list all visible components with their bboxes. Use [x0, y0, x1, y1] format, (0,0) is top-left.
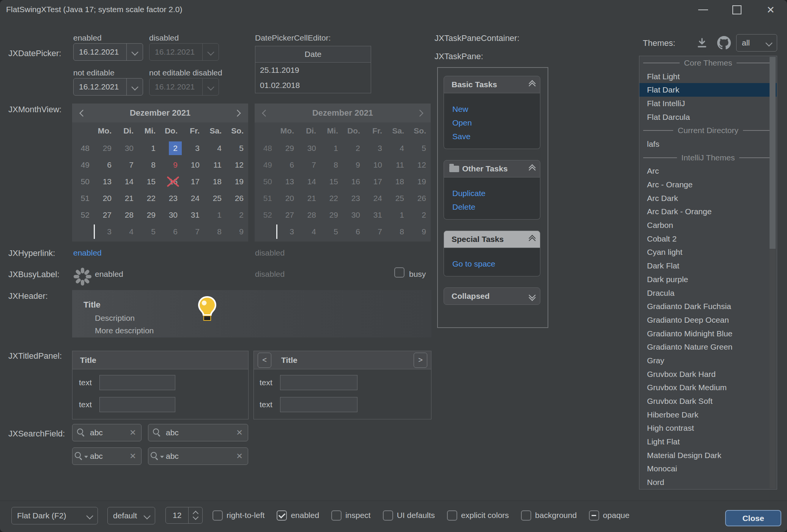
font-size-value[interactable]: 12: [166, 507, 188, 523]
font-size-spinner[interactable]: 12: [165, 507, 203, 524]
text-input[interactable]: [99, 375, 175, 390]
calendar-day[interactable]: 16: [159, 173, 181, 190]
busy-checkbox[interactable]: [394, 267, 405, 278]
theme-list-item[interactable]: Dark purple: [639, 273, 777, 286]
checkbox-right-to-left[interactable]: [212, 510, 223, 521]
theme-list-item[interactable]: Arc Dark - Orange: [639, 205, 777, 219]
taskpane-header[interactable]: Collapsed: [444, 287, 540, 305]
search-input[interactable]: abc: [166, 452, 231, 461]
calendar-day[interactable]: 6: [159, 223, 181, 240]
taskpane-action-save[interactable]: Save: [452, 130, 540, 143]
calendar-day[interactable]: 15: [137, 173, 159, 190]
calendar-day[interactable]: 29: [137, 207, 159, 223]
chevron-down-icon[interactable]: [126, 78, 143, 95]
monthview-calendar-enabled[interactable]: Dezember 2021Mo.Di.Mi.Do.Fr.Sa.So.482930…: [72, 104, 248, 242]
calendar-day[interactable]: 2: [159, 140, 181, 157]
theme-list-item[interactable]: Flat Dark: [639, 83, 777, 97]
calendar-day[interactable]: 26: [225, 190, 247, 207]
theme-list-item[interactable]: Flat Darcula: [639, 110, 777, 124]
taskpane-header[interactable]: Other Tasks: [444, 160, 540, 177]
expand-icon[interactable]: [530, 293, 535, 300]
minimize-button[interactable]: [691, 0, 715, 20]
taskpane-action-new[interactable]: New: [452, 102, 540, 116]
calendar-day[interactable]: 17: [181, 173, 203, 190]
checkbox-enabled[interactable]: [277, 510, 287, 521]
titledpanel-prev-button[interactable]: <: [258, 353, 271, 368]
taskpane-action-go-to-space[interactable]: Go to space: [452, 257, 540, 271]
checkbox-opaque[interactable]: [589, 510, 599, 521]
clear-icon[interactable]: ✕: [124, 428, 141, 437]
calendar-day[interactable]: 7: [181, 223, 203, 240]
themes-list[interactable]: Core ThemesFlat LightFlat DarkFlat Intel…: [639, 56, 777, 490]
theme-list-item[interactable]: Flat Light: [639, 70, 777, 83]
theme-list-item[interactable]: Gruvbox Dark Hard: [639, 367, 777, 381]
search-input[interactable]: abc: [166, 428, 231, 437]
theme-list-item[interactable]: Gradianto Nature Green: [639, 340, 777, 354]
calendar-day[interactable]: 22: [137, 190, 159, 207]
calendar-day[interactable]: 30: [159, 207, 181, 223]
search-menu-icon[interactable]: [72, 452, 90, 460]
scrollbar-track[interactable]: [770, 57, 776, 488]
calendar-day[interactable]: 1: [137, 140, 159, 157]
calendar-day[interactable]: 2: [225, 207, 247, 223]
github-button[interactable]: [716, 35, 732, 51]
text-input[interactable]: [280, 397, 357, 412]
taskpane-header[interactable]: Special Tasks: [444, 231, 540, 248]
calendar-day[interactable]: 5: [137, 223, 159, 240]
close-window-button[interactable]: ✕: [759, 0, 782, 20]
calendar-day[interactable]: 14: [115, 173, 137, 190]
laf-combo[interactable]: Flat Dark (F2): [11, 507, 98, 524]
themes-filter-combo[interactable]: all: [736, 34, 777, 52]
theme-list-item[interactable]: Nord: [639, 476, 777, 489]
clear-icon[interactable]: ✕: [124, 452, 141, 461]
theme-list-item[interactable]: Gruvbox Dark Soft: [639, 394, 777, 408]
search-input[interactable]: abc: [90, 428, 124, 437]
taskpane-header[interactable]: Basic Tasks: [444, 76, 540, 93]
theme-list-item[interactable]: Cobalt 2: [639, 232, 777, 246]
theme-list-item[interactable]: Gray: [639, 354, 777, 367]
theme-list-item[interactable]: Carbon: [639, 218, 777, 232]
theme-list-item[interactable]: Hiberbee Dark: [639, 408, 777, 422]
spinner-buttons[interactable]: [188, 507, 202, 523]
close-button[interactable]: Close: [725, 510, 781, 526]
theme-list-item[interactable]: Arc Dark: [639, 191, 777, 205]
theme-list-item[interactable]: Light Flat: [639, 435, 777, 449]
calendar-day[interactable]: 13: [93, 173, 115, 190]
checkbox-inspect[interactable]: [331, 510, 342, 521]
theme-list-item[interactable]: Gradianto Midnight Blue: [639, 327, 777, 341]
text-input[interactable]: [280, 375, 357, 390]
calendar-day[interactable]: 27: [93, 207, 115, 223]
calendar-day[interactable]: 6: [93, 157, 115, 173]
theme-list-item[interactable]: Cyan light: [639, 246, 777, 259]
calendar-day[interactable]: 9: [159, 157, 181, 173]
datepicker-value[interactable]: 16.12.2021: [74, 47, 126, 56]
calendar-day[interactable]: 29: [93, 140, 115, 157]
search-field[interactable]: abc ✕: [72, 424, 142, 441]
clear-icon[interactable]: ✕: [231, 452, 248, 461]
calendar-day[interactable]: 10: [181, 157, 203, 173]
calendar-day[interactable]: 31: [181, 207, 203, 223]
datepicker-not-editable[interactable]: 16.12.2021: [73, 78, 143, 96]
datepicker-enabled[interactable]: 16.12.2021: [73, 43, 143, 61]
theme-list-item[interactable]: Material Design Dark: [639, 449, 777, 462]
style-combo[interactable]: default: [107, 507, 155, 524]
taskpane-action-open[interactable]: Open: [452, 116, 540, 130]
calendar-day[interactable]: 18: [203, 173, 225, 190]
chevron-left-icon[interactable]: [79, 110, 86, 116]
theme-list-item[interactable]: Dark Flat: [639, 259, 777, 273]
theme-list-item[interactable]: High contrast: [639, 422, 777, 435]
checkbox-ui-defaults[interactable]: [383, 510, 393, 521]
theme-list-item[interactable]: Dracula: [639, 286, 777, 300]
text-input[interactable]: [99, 397, 175, 412]
checkbox-explicit-colors[interactable]: [447, 510, 457, 521]
search-field[interactable]: abc ✕: [148, 424, 248, 441]
search-input[interactable]: abc: [90, 452, 124, 461]
hyperlink-enabled[interactable]: enabled: [73, 248, 102, 257]
table-row[interactable]: 01.02.2018: [255, 78, 371, 93]
theme-list-item[interactable]: Gruvbox Dark Medium: [639, 381, 777, 395]
scrollbar-thumb[interactable]: [770, 57, 776, 249]
theme-list-item[interactable]: Monocai: [639, 462, 777, 476]
clear-icon[interactable]: ✕: [231, 428, 248, 437]
calendar-day[interactable]: 19: [225, 173, 247, 190]
search-menu-icon[interactable]: [148, 452, 166, 460]
